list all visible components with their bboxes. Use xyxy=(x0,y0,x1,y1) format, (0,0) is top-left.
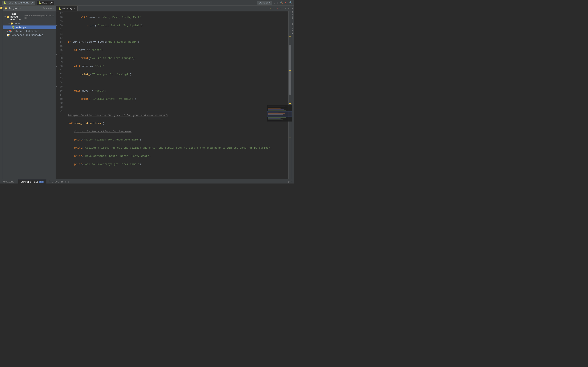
ln-55: 55 xyxy=(56,44,64,48)
minimize-bottom-icon[interactable]: — xyxy=(291,180,292,183)
sync-icon[interactable]: ⟳ xyxy=(43,7,45,10)
code-line-47: elif move != 'West, East, North, Exit': xyxy=(68,16,288,20)
tree-mainpy-label: main.py xyxy=(16,26,26,29)
editor-warnings: ⚠ 2 33 ✓ 1 ▲ ▼ xyxy=(269,7,291,10)
right-scrollbar-panel[interactable] xyxy=(288,11,291,179)
svg-rect-19 xyxy=(267,111,292,117)
chevron-right-icon: ▶ xyxy=(9,22,10,25)
tab-project-errors[interactable]: Project Errors xyxy=(46,179,72,184)
expand-icon[interactable]: ⊞ xyxy=(48,7,49,10)
warn-marker-4 xyxy=(289,137,291,137)
tree-mainpy[interactable]: 🐍 main.py xyxy=(3,25,56,29)
svg-rect-4 xyxy=(268,108,281,109)
gear-icon[interactable]: ⚙ xyxy=(51,7,52,10)
branch-label: main xyxy=(263,1,268,4)
chevron-down-icon: ▼ xyxy=(4,16,6,18)
warn-marker-3 xyxy=(289,103,291,104)
minimap[interactable] xyxy=(267,105,292,121)
svg-rect-15 xyxy=(268,117,286,118)
svg-rect-17 xyxy=(268,119,283,119)
tree-root-label: Text Based Game.py xyxy=(10,13,23,21)
code-line-49 xyxy=(68,32,288,36)
ln-67: 67 xyxy=(56,93,64,97)
stop-icon[interactable]: ■ xyxy=(285,1,286,4)
code-line-54: print_('Thank you for playing!') xyxy=(68,73,288,77)
tree-scratches[interactable]: 📝 Scratches and Consoles xyxy=(3,33,56,37)
warning-count: ⚠ 2 xyxy=(269,7,274,10)
tree-scratches-label: Scratches and Consoles xyxy=(11,34,43,37)
settings-icon[interactable]: ⚙ xyxy=(277,1,278,4)
chevron-right-icon2: ▶ xyxy=(7,30,8,33)
title-tab-game[interactable]: 🐍 Text Based Game.py xyxy=(2,1,35,5)
svg-rect-6 xyxy=(268,110,286,110)
tree-root[interactable]: ▼ 📁 Text Based Game.py ~/PycharmProjects… xyxy=(3,12,56,22)
ln-52: 52 xyxy=(56,32,64,36)
ln-60: 60▶ xyxy=(56,64,64,68)
ln-49: 49 xyxy=(56,20,64,24)
code-line-60: def show_instructions(): xyxy=(68,122,288,125)
main-layout: 📁 📁 Project ▼ ⟳ ⊟ ⊞ ⚙ — ▼ 📁 Text Based G… xyxy=(0,6,294,179)
build-icon[interactable]: 🔨 xyxy=(280,1,283,4)
ok-count: ✓ 1 xyxy=(279,7,284,10)
tab-problems-label[interactable]: Problems: xyxy=(0,179,18,184)
ln-64: 64 xyxy=(56,81,64,85)
scroll-down-icon[interactable]: ▼ xyxy=(288,7,290,10)
current-file-label: Current File xyxy=(21,181,38,184)
code-content[interactable]: elif move != 'West, East, North, Exit': … xyxy=(66,11,288,179)
warn-marker-2 xyxy=(289,70,291,71)
code-line-59: #Sample function showing the goal of the… xyxy=(68,113,288,117)
structure-tab[interactable]: Structure xyxy=(292,7,294,21)
tree-external-libs[interactable]: ▶ 📚 External Libraries xyxy=(3,29,56,33)
title-bar: 🐍 Text Based Game.py 🐍 main.py ⎇ main ▼ … xyxy=(0,0,294,6)
lib-icon: 📚 xyxy=(9,30,12,33)
editor-tab-main-label: main.py xyxy=(62,7,72,10)
project-errors-label: Project Errors xyxy=(49,180,69,183)
tree-venv[interactable]: ▶ 📁 venv xyxy=(3,22,56,25)
code-line-61: #print the instructions for the user xyxy=(68,130,288,134)
bottom-panel-toolbar: ⚙ — xyxy=(288,180,294,184)
code-line-50: if current_room == rooms['Hero Locker Ro… xyxy=(68,40,288,44)
tab-close-icon[interactable]: ✕ xyxy=(73,7,75,10)
svg-rect-3 xyxy=(268,108,287,108)
branch-button[interactable]: ⎇ main ▼ xyxy=(257,1,272,5)
svg-rect-1 xyxy=(268,106,285,106)
project-panel: 📁 Project ▼ ⟳ ⊟ ⊞ ⚙ — ▼ 📁 Text Based Gam… xyxy=(3,6,56,179)
code-line-52: print("You're in the Hero Lounge") xyxy=(68,56,288,60)
minimize-icon[interactable]: — xyxy=(53,7,54,10)
code-line-51: if move == 'East': xyxy=(68,48,288,52)
title-tab-main-label: main.py xyxy=(43,1,53,4)
collapse-icon[interactable]: ⊟ xyxy=(46,7,47,10)
folder-icon: 📁 xyxy=(7,16,9,18)
settings-icon2[interactable]: ⚙ xyxy=(288,180,290,184)
ln-57: 57▶ xyxy=(56,52,64,56)
search-icon[interactable]: 🔍 xyxy=(289,1,292,4)
svg-rect-16 xyxy=(268,118,281,119)
code-line-57: print(' Invalid Entry! Try again!') xyxy=(68,97,288,101)
ln-63: 63 xyxy=(56,77,64,81)
ln-58: 58 xyxy=(56,56,64,60)
favorites-tab[interactable]: Favorites xyxy=(292,21,294,35)
editor-column: 🐍 main.py ✕ ⚠ 2 33 ✓ 1 ▲ ▼ 47 48 49 50▶ … xyxy=(56,6,291,179)
code-line-55 xyxy=(68,81,288,85)
ln-54: 54 xyxy=(56,40,64,44)
code-line-66 xyxy=(68,170,288,175)
code-line-64: print("Move commands: South, North, East… xyxy=(68,154,288,158)
right-side-tabs: Structure Favorites xyxy=(291,6,294,179)
editor-tab-main[interactable]: 🐍 main.py ✕ xyxy=(56,6,78,11)
svg-rect-18 xyxy=(268,120,282,120)
scroll-up-icon[interactable]: ▲ xyxy=(285,7,287,10)
title-tab-main[interactable]: 🐍 main.py xyxy=(37,1,54,5)
ln-51: 51 xyxy=(56,28,64,32)
project-title: Project xyxy=(9,7,19,10)
problems-label: Problems: xyxy=(2,180,16,183)
project-tab-icon[interactable]: 📁 xyxy=(0,7,3,9)
current-file-badge: 36 xyxy=(39,181,44,183)
tab-current-file[interactable]: Current File 36 xyxy=(18,179,46,184)
warn-marker-1 xyxy=(289,36,291,37)
refresh-icon[interactable]: ↻ xyxy=(274,1,275,4)
code-line-56: elif move != 'West': xyxy=(68,89,288,93)
py-icon2: 🐍 xyxy=(39,1,42,4)
tree-venv-label: venv xyxy=(15,22,20,25)
project-chevron[interactable]: ▼ xyxy=(20,8,21,9)
scratch-icon: 📝 xyxy=(7,34,10,37)
